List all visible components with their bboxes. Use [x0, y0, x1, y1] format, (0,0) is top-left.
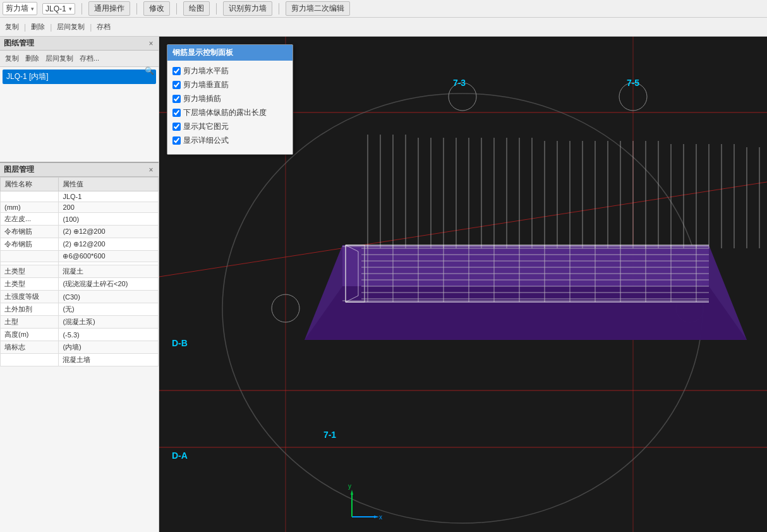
svg-text:7-5: 7-5: [627, 78, 639, 88]
prop-name-cell: 令布钢筋: [1, 238, 59, 251]
rebar-checkbox-item: 剪力墙垂直筋: [172, 80, 287, 90]
prop-value-cell: 混凝土: [59, 265, 159, 278]
dm-layer-copy-btn[interactable]: 层间复制: [43, 52, 76, 64]
rebar-checkbox[interactable]: [172, 123, 181, 131]
drawing-manager-close-btn[interactable]: ×: [146, 39, 156, 49]
chevron-icon-2: ▾: [69, 6, 72, 12]
prop-value-cell: (2) ⊕12@200: [59, 226, 159, 238]
rebar-checkbox[interactable]: [172, 136, 181, 145]
layer-copy-btn[interactable]: 层间复制: [54, 21, 87, 33]
rebar-checkbox-item: 下层墙体纵筋的露出长度: [172, 107, 287, 118]
left-panel: 图纸管理 × 复制 删除 层间复制 存档... 🔍 JLQ-1 [内墙] 图层管…: [0, 37, 159, 532]
rebar-checkbox-item: 显示详细公式: [172, 135, 287, 146]
rebar-checkbox-label: 显示其它图元: [183, 121, 229, 132]
separator-4: [216, 3, 217, 15]
dm-copy-btn[interactable]: 复制: [3, 52, 21, 64]
chevron-icon: ▾: [31, 6, 34, 12]
col-header-value: 属性值: [59, 178, 159, 191]
dm-delete-btn[interactable]: 删除: [23, 52, 42, 64]
layer-manager-title-bar: 图层管理: [0, 163, 159, 177]
draw-btn[interactable]: 绘图: [183, 1, 210, 16]
table-row: 令布钢筋(2) ⊕12@200: [1, 226, 159, 238]
prop-data-table: 属性名称 属性值 JLQ-1(mm)200左左皮...(100)令布钢筋(2) …: [0, 177, 159, 366]
dm-save-btn[interactable]: 存档...: [77, 52, 102, 64]
svg-text:D-A: D-A: [172, 450, 188, 461]
search-icon[interactable]: 🔍: [145, 66, 156, 76]
shear-wall-dropdown[interactable]: 剪力墙 ▾: [3, 2, 37, 15]
svg-marker-14: [305, 286, 747, 340]
tree-item-jlq1[interactable]: JLQ-1 [内墙]: [3, 70, 156, 84]
rebar-checkbox-label: 下层墙体纵筋的露出长度: [183, 107, 267, 118]
table-row: 土类型(现浇混凝土碎石<20): [1, 278, 159, 291]
prop-value-cell: (-5.3): [59, 329, 159, 341]
rebar-control-panel: 钢筋显示控制面板 剪力墙水平筋剪力墙垂直筋剪力墙插筋下层墙体纵筋的露出长度显示其…: [167, 44, 293, 155]
prop-value-cell: 混凝土墙: [59, 354, 159, 366]
drawing-manager-title: 图纸管理: [4, 38, 34, 49]
table-row: JLQ-1: [1, 191, 159, 202]
prop-value-cell: (无): [59, 303, 159, 316]
rebar-checkbox-label: 显示详细公式: [183, 135, 229, 146]
drawing-manager-panel: 图纸管理 × 复制 删除 层间复制 存档... 🔍 JLQ-1 [内墙]: [0, 37, 159, 163]
prop-name-cell: 墙标志: [1, 341, 59, 354]
table-row: 土强度等级(C30): [1, 291, 159, 303]
prop-name-cell: 高度(m): [1, 329, 59, 341]
wall-id-label: JLQ-1: [45, 4, 66, 13]
svg-text:7-3: 7-3: [453, 78, 466, 88]
rebar-checkbox-label: 剪力墙水平筋: [183, 66, 229, 76]
rebar-checkbox[interactable]: [172, 67, 181, 75]
table-row: 令布钢筋(2) ⊕12@200: [1, 238, 159, 251]
svg-text:D-B: D-B: [172, 338, 188, 348]
drawing-tree: JLQ-1 [内墙]: [0, 67, 159, 162]
wall-id-dropdown[interactable]: JLQ-1 ▾: [42, 3, 75, 15]
secondary-edit-btn[interactable]: 剪力墙二次编辑: [286, 1, 350, 16]
top-toolbar: 剪力墙 ▾ JLQ-1 ▾ 通用操作 修改 绘图 识别剪力墙 剪力墙二次编辑: [0, 0, 767, 18]
rebar-checkbox[interactable]: [172, 109, 181, 117]
properties-table: 属性名称 属性值 JLQ-1(mm)200左左皮...(100)令布钢筋(2) …: [0, 177, 159, 532]
prop-name-cell: 土外加剂: [1, 303, 59, 316]
prop-name-cell: [1, 191, 59, 202]
layer-manager-close-btn[interactable]: ×: [146, 165, 156, 175]
rebar-checkbox[interactable]: [172, 95, 181, 103]
rebar-checkbox-item: 剪力墙水平筋: [172, 66, 287, 76]
separator-3: [176, 3, 177, 15]
prop-value-cell: ⊕6@600*600: [59, 251, 159, 262]
delete-btn[interactable]: 删除: [28, 21, 47, 33]
table-row: 高度(m)(-5.3): [1, 329, 159, 341]
separator-5: [279, 3, 279, 15]
prop-value-cell: (现浇混凝土碎石<20): [59, 278, 159, 291]
second-toolbar: 复制 | 删除 | 层间复制 | 存档: [0, 18, 767, 37]
shear-wall-label: 剪力墙: [6, 3, 28, 14]
prop-value-cell: (2) ⊕12@200: [59, 238, 159, 251]
prop-name-cell: 左左皮...: [1, 213, 59, 226]
rebar-checkbox[interactable]: [172, 81, 181, 89]
identify-shear-wall-btn[interactable]: 识别剪力墙: [223, 1, 272, 16]
table-row: 土类型混凝土: [1, 265, 159, 278]
table-row: ⊕6@600*600: [1, 251, 159, 262]
main-canvas: 7-3 7-5 7-1 D-B D-A x y 钢筋显示控制面板 剪力墙水平筋剪…: [159, 37, 767, 532]
modify-btn[interactable]: 修改: [143, 1, 170, 16]
copy-btn[interactable]: 复制: [3, 21, 21, 33]
save-btn[interactable]: 存档: [94, 21, 113, 33]
prop-name-cell: 令布钢筋: [1, 226, 59, 238]
drawing-manager-title-bar: 图纸管理: [0, 37, 159, 51]
prop-value-cell: (C30): [59, 291, 159, 303]
general-ops-btn[interactable]: 通用操作: [88, 1, 130, 16]
table-row: 墙标志(内墙): [1, 341, 159, 354]
rebar-checkbox-label: 剪力墙插筋: [183, 94, 221, 104]
rebar-checkbox-label: 剪力墙垂直筋: [183, 80, 229, 90]
svg-text:7-1: 7-1: [323, 430, 336, 440]
rebar-checkbox-item: 剪力墙插筋: [172, 94, 287, 104]
separator-2: [136, 3, 137, 15]
prop-name-cell: (mm): [1, 202, 59, 213]
table-row: 土外加剂(无): [1, 303, 159, 316]
prop-name-cell: 土型: [1, 316, 59, 329]
table-row: 左左皮...(100): [1, 213, 159, 226]
col-header-name: 属性名称: [1, 178, 59, 191]
prop-name-cell: [1, 354, 59, 366]
prop-value-cell: (混凝土泵): [59, 316, 159, 329]
svg-text:y: y: [348, 483, 351, 490]
layer-manager-title: 图层管理: [4, 164, 34, 175]
drawing-manager-toolbar: 复制 删除 层间复制 存档...: [0, 51, 159, 67]
prop-value-cell: (内墙): [59, 341, 159, 354]
prop-value-cell: (100): [59, 213, 159, 226]
